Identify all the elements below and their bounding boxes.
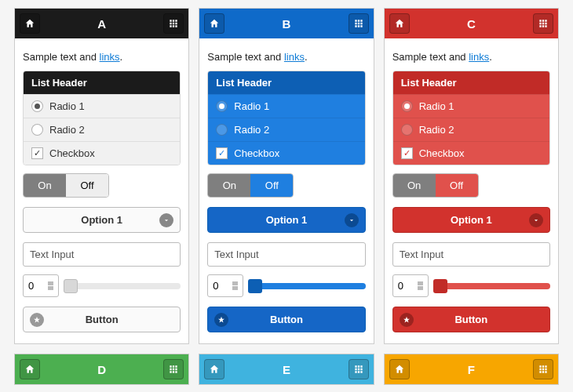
radio-item-2[interactable]: Radio 2 — [24, 118, 180, 141]
button-label: Button — [270, 314, 303, 325]
button-label: Button — [86, 314, 119, 325]
home-icon[interactable] — [389, 13, 410, 34]
chevron-down-icon — [529, 213, 543, 227]
slider-thumb[interactable] — [248, 279, 262, 293]
button-label: Button — [454, 314, 487, 325]
list-header: List Header — [24, 71, 180, 94]
sample-link[interactable]: links — [100, 51, 120, 63]
text-input[interactable]: Text Input — [207, 242, 365, 267]
checkbox-label: Checkbox — [49, 147, 95, 159]
radio-item-1[interactable]: Radio 1 — [208, 94, 364, 118]
list: List HeaderRadio 1Radio 2✓Checkbox — [23, 71, 181, 165]
select-label: Option 1 — [81, 214, 122, 226]
panel-title: D — [40, 363, 163, 376]
stepper-icon — [418, 281, 423, 290]
panel-header: C — [385, 9, 558, 38]
grid-icon[interactable] — [533, 13, 553, 34]
checkbox-icon: ✓ — [216, 147, 228, 159]
sample-link[interactable]: links — [284, 51, 305, 63]
number-value: 0 — [213, 280, 218, 292]
stepper-icon — [232, 281, 238, 290]
list: List HeaderRadio 1Radio 2✓Checkbox — [392, 71, 550, 165]
button[interactable]: Button — [23, 307, 181, 332]
radio-label: Radio 2 — [419, 124, 454, 136]
sample-text: Sample text and links. — [392, 51, 550, 63]
slider-thumb[interactable] — [433, 279, 447, 293]
number-value: 0 — [398, 280, 403, 292]
theme-panel-c: CSample text and links.List HeaderRadio … — [384, 8, 559, 344]
grid-icon[interactable] — [163, 13, 184, 34]
number-input[interactable]: 0 — [207, 274, 243, 297]
checkbox-item[interactable]: ✓Checkbox — [208, 141, 364, 165]
panel-header: A — [15, 9, 188, 38]
number-input[interactable]: 0 — [392, 274, 429, 297]
home-icon[interactable] — [20, 359, 40, 379]
radio-label: Radio 2 — [49, 124, 85, 136]
button[interactable]: Button — [392, 307, 550, 332]
select-label: Option 1 — [451, 214, 492, 226]
slider[interactable] — [433, 283, 550, 289]
radio-item-2[interactable]: Radio 2 — [208, 118, 364, 141]
toggle[interactable]: OnOff — [23, 173, 109, 198]
number-input[interactable]: 0 — [23, 274, 59, 297]
home-icon[interactable] — [204, 13, 224, 34]
panel-title: B — [224, 17, 348, 31]
grid-icon[interactable] — [349, 359, 369, 379]
radio-label: Radio 1 — [234, 100, 269, 112]
radio-icon — [401, 124, 413, 136]
select[interactable]: Option 1 — [207, 207, 365, 233]
grid-icon[interactable] — [533, 359, 553, 379]
radio-item-1[interactable]: Radio 1 — [393, 94, 549, 118]
checkbox-label: Checkbox — [419, 147, 465, 159]
select[interactable]: Option 1 — [23, 207, 181, 233]
text-input[interactable]: Text Input — [23, 242, 181, 267]
theme-panel-b: BSample text and links.List HeaderRadio … — [199, 8, 374, 344]
sample-text: Sample text and links. — [23, 51, 181, 63]
radio-icon — [216, 124, 228, 136]
stepper-icon — [48, 281, 53, 290]
sample-link[interactable]: links — [469, 51, 489, 63]
radio-item-1[interactable]: Radio 1 — [24, 94, 180, 118]
radio-icon — [31, 124, 43, 136]
toggle-off: Off — [66, 174, 108, 197]
slider[interactable] — [248, 283, 365, 289]
star-icon — [400, 313, 414, 327]
checkbox-icon: ✓ — [401, 147, 413, 159]
checkbox-item[interactable]: ✓Checkbox — [24, 141, 180, 165]
radio-icon — [401, 100, 413, 112]
list-header: List Header — [393, 71, 549, 94]
radio-label: Radio 1 — [49, 100, 85, 112]
number-value: 0 — [28, 280, 34, 292]
radio-label: Radio 1 — [419, 100, 454, 112]
panel-title: F — [410, 363, 533, 376]
grid-icon[interactable] — [349, 13, 369, 34]
toggle[interactable]: OnOff — [207, 173, 294, 198]
home-icon[interactable] — [204, 359, 224, 379]
panel-header: B — [199, 9, 373, 38]
panel-header: E — [199, 354, 373, 384]
select[interactable]: Option 1 — [392, 207, 550, 233]
chevron-down-icon — [159, 213, 173, 227]
toggle-on: On — [208, 174, 250, 197]
button[interactable]: Button — [207, 307, 365, 332]
slider-thumb[interactable] — [64, 279, 78, 293]
radio-icon — [216, 100, 228, 112]
home-icon[interactable] — [389, 359, 410, 379]
text-input[interactable]: Text Input — [392, 242, 550, 267]
star-icon — [214, 313, 228, 327]
panel-header: D — [15, 354, 188, 384]
radio-item-2[interactable]: Radio 2 — [393, 118, 549, 141]
toggle-on: On — [393, 174, 436, 197]
list: List HeaderRadio 1Radio 2✓Checkbox — [207, 71, 365, 165]
checkbox-icon: ✓ — [31, 147, 43, 159]
list-header: List Header — [208, 71, 364, 94]
sample-text: Sample text and links. — [207, 51, 365, 63]
theme-panel-a: ASample text and links.List HeaderRadio … — [14, 8, 189, 344]
home-icon[interactable] — [20, 13, 40, 34]
checkbox-label: Checkbox — [234, 147, 279, 159]
toggle[interactable]: OnOff — [392, 173, 479, 198]
radio-label: Radio 2 — [234, 124, 269, 136]
grid-icon[interactable] — [163, 359, 184, 379]
slider[interactable] — [64, 283, 181, 289]
checkbox-item[interactable]: ✓Checkbox — [393, 141, 549, 165]
